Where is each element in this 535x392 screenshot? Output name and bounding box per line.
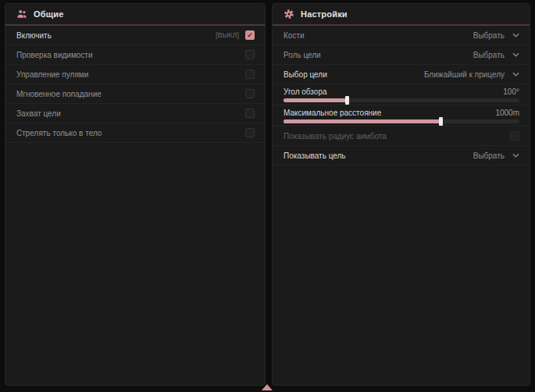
dropdown-value: Выбрать bbox=[473, 31, 505, 40]
toggle-label: Показывать радиус аимбота bbox=[284, 132, 387, 141]
target-lock-checkbox[interactable] bbox=[245, 109, 255, 118]
toggle-label: Захват цели bbox=[16, 109, 61, 118]
slider-label: Максимальное расстояние bbox=[284, 109, 381, 117]
show-aimbot-radius-checkbox[interactable] bbox=[510, 131, 519, 141]
slider-label: Угол обзора bbox=[284, 87, 327, 96]
chevron-down-icon bbox=[512, 52, 519, 57]
panel-title: Настройки bbox=[301, 9, 348, 19]
visibility-check-checkbox[interactable] bbox=[245, 50, 255, 59]
dropdown-row-target-select: Выбор цели Ближайший к прицелу bbox=[273, 65, 530, 84]
dropdown-label: Роль цели bbox=[284, 51, 321, 59]
slider-row-max-distance: Максимальное расстояние 1000m bbox=[273, 105, 530, 127]
toggle-row-target-lock[interactable]: Захват цели bbox=[5, 104, 265, 123]
body-only-checkbox[interactable] bbox=[245, 128, 255, 137]
dropdown-label: Кости bbox=[284, 31, 305, 40]
slider-handle[interactable] bbox=[345, 96, 349, 105]
instant-hit-checkbox[interactable] bbox=[245, 89, 255, 98]
enable-checkbox[interactable] bbox=[245, 30, 255, 40]
users-icon bbox=[16, 9, 27, 20]
toggle-row-instant-hit[interactable]: Мгновенное попадание bbox=[5, 84, 265, 104]
dropdown-row-target-role: Роль цели Выбрать bbox=[273, 45, 530, 65]
toggle-row-bullet-control[interactable]: Управление пулями bbox=[5, 65, 265, 84]
bullet-control-checkbox[interactable] bbox=[245, 69, 255, 79]
dropdown-row-show-target: Показывать цель Выбрать bbox=[273, 146, 530, 166]
toggle-label: Проверка видимости bbox=[16, 51, 93, 59]
target-select-dropdown[interactable]: Ближайший к прицелу bbox=[424, 70, 519, 79]
toggle-label: Включить bbox=[16, 31, 52, 40]
gear-icon bbox=[284, 9, 294, 20]
slider-row-fov: Угол обзора 100° bbox=[273, 84, 530, 105]
hotkey-state-label: [ВЫКЛ] bbox=[216, 31, 239, 39]
dropdown-label: Выбор цели bbox=[284, 70, 327, 79]
chevron-down-icon bbox=[512, 72, 519, 77]
dropdown-value: Выбрать bbox=[473, 51, 505, 59]
general-panel: Общие Включить [ВЫКЛ] Проверка видимости… bbox=[5, 3, 266, 386]
toggle-row-visibility-check[interactable]: Проверка видимости bbox=[5, 45, 265, 65]
dropdown-value: Ближайший к прицелу bbox=[424, 70, 505, 79]
up-arrow-icon[interactable] bbox=[261, 384, 272, 390]
toggle-row-body-only[interactable]: Стрелять только в тело bbox=[5, 123, 265, 143]
toggle-label: Стрелять только в тело bbox=[16, 129, 102, 137]
toggle-row-show-aimbot-radius[interactable]: Показывать радиус аимбота bbox=[273, 127, 530, 146]
slider-value: 100° bbox=[503, 87, 519, 96]
settings-panel-header: Настройки bbox=[273, 4, 530, 24]
dropdown-row-bones: Кости Выбрать bbox=[273, 26, 530, 45]
toggle-label: Мгновенное попадание bbox=[16, 90, 102, 98]
panel-title: Общие bbox=[34, 9, 64, 19]
chevron-down-icon bbox=[512, 153, 519, 158]
slider-handle[interactable] bbox=[439, 117, 443, 126]
bones-dropdown[interactable]: Выбрать bbox=[473, 31, 519, 40]
toggle-row-enable[interactable]: Включить [ВЫКЛ] bbox=[5, 26, 265, 45]
settings-panel: Настройки Кости Выбрать Роль цели Выбрат… bbox=[272, 3, 530, 386]
slider-fill bbox=[284, 98, 348, 102]
general-panel-header: Общие bbox=[5, 4, 265, 24]
toggle-label: Управление пулями bbox=[16, 70, 88, 79]
target-role-dropdown[interactable]: Выбрать bbox=[473, 51, 519, 59]
max-distance-slider[interactable] bbox=[284, 119, 519, 123]
show-target-dropdown[interactable]: Выбрать bbox=[473, 151, 519, 160]
slider-value: 1000m bbox=[495, 109, 519, 117]
dropdown-value: Выбрать bbox=[473, 151, 505, 160]
chevron-down-icon bbox=[512, 33, 519, 37]
fov-slider[interactable] bbox=[284, 98, 519, 102]
dropdown-label: Показывать цель bbox=[284, 151, 346, 160]
slider-fill bbox=[284, 119, 441, 123]
